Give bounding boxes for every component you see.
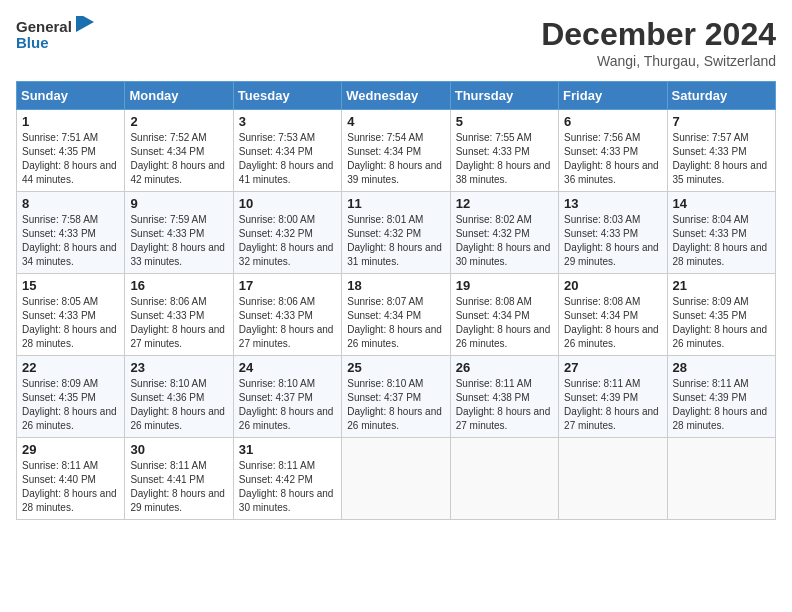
calendar-week-row: 15 Sunrise: 8:05 AM Sunset: 4:33 PM Dayl… xyxy=(17,274,776,356)
day-detail: Sunrise: 8:01 AM Sunset: 4:32 PM Dayligh… xyxy=(347,213,444,269)
day-detail: Sunrise: 7:55 AM Sunset: 4:33 PM Dayligh… xyxy=(456,131,553,187)
day-detail: Sunrise: 8:11 AM Sunset: 4:40 PM Dayligh… xyxy=(22,459,119,515)
calendar-cell: 21 Sunrise: 8:09 AM Sunset: 4:35 PM Dayl… xyxy=(667,274,775,356)
calendar-cell: 31 Sunrise: 8:11 AM Sunset: 4:42 PM Dayl… xyxy=(233,438,341,520)
day-detail: Sunrise: 8:11 AM Sunset: 4:38 PM Dayligh… xyxy=(456,377,553,433)
day-detail: Sunrise: 8:11 AM Sunset: 4:41 PM Dayligh… xyxy=(130,459,227,515)
calendar-cell: 4 Sunrise: 7:54 AM Sunset: 4:34 PM Dayli… xyxy=(342,110,450,192)
day-number: 28 xyxy=(673,360,770,375)
calendar-cell: 28 Sunrise: 8:11 AM Sunset: 4:39 PM Dayl… xyxy=(667,356,775,438)
calendar-cell: 7 Sunrise: 7:57 AM Sunset: 4:33 PM Dayli… xyxy=(667,110,775,192)
day-number: 7 xyxy=(673,114,770,129)
calendar-table: Sunday Monday Tuesday Wednesday Thursday… xyxy=(16,81,776,520)
calendar-cell: 30 Sunrise: 8:11 AM Sunset: 4:41 PM Dayl… xyxy=(125,438,233,520)
day-detail: Sunrise: 8:11 AM Sunset: 4:39 PM Dayligh… xyxy=(564,377,661,433)
day-detail: Sunrise: 8:07 AM Sunset: 4:34 PM Dayligh… xyxy=(347,295,444,351)
calendar-week-row: 1 Sunrise: 7:51 AM Sunset: 4:35 PM Dayli… xyxy=(17,110,776,192)
calendar-cell: 6 Sunrise: 7:56 AM Sunset: 4:33 PM Dayli… xyxy=(559,110,667,192)
day-number: 5 xyxy=(456,114,553,129)
day-detail: Sunrise: 8:08 AM Sunset: 4:34 PM Dayligh… xyxy=(564,295,661,351)
calendar-body: 1 Sunrise: 7:51 AM Sunset: 4:35 PM Dayli… xyxy=(17,110,776,520)
day-number: 3 xyxy=(239,114,336,129)
day-number: 14 xyxy=(673,196,770,211)
col-sunday: Sunday xyxy=(17,82,125,110)
day-detail: Sunrise: 8:04 AM Sunset: 4:33 PM Dayligh… xyxy=(673,213,770,269)
day-detail: Sunrise: 8:06 AM Sunset: 4:33 PM Dayligh… xyxy=(239,295,336,351)
day-number: 29 xyxy=(22,442,119,457)
col-monday: Monday xyxy=(125,82,233,110)
day-detail: Sunrise: 8:00 AM Sunset: 4:32 PM Dayligh… xyxy=(239,213,336,269)
day-detail: Sunrise: 8:10 AM Sunset: 4:36 PM Dayligh… xyxy=(130,377,227,433)
day-detail: Sunrise: 7:51 AM Sunset: 4:35 PM Dayligh… xyxy=(22,131,119,187)
day-number: 17 xyxy=(239,278,336,293)
calendar-cell: 18 Sunrise: 8:07 AM Sunset: 4:34 PM Dayl… xyxy=(342,274,450,356)
title-block: December 2024 Wangi, Thurgau, Switzerlan… xyxy=(541,16,776,69)
day-number: 6 xyxy=(564,114,661,129)
day-detail: Sunrise: 7:56 AM Sunset: 4:33 PM Dayligh… xyxy=(564,131,661,187)
calendar-cell: 26 Sunrise: 8:11 AM Sunset: 4:38 PM Dayl… xyxy=(450,356,558,438)
logo-svg: General Blue xyxy=(16,16,96,54)
day-number: 8 xyxy=(22,196,119,211)
day-detail: Sunrise: 8:09 AM Sunset: 4:35 PM Dayligh… xyxy=(22,377,119,433)
day-detail: Sunrise: 8:11 AM Sunset: 4:39 PM Dayligh… xyxy=(673,377,770,433)
day-number: 22 xyxy=(22,360,119,375)
calendar-cell: 27 Sunrise: 8:11 AM Sunset: 4:39 PM Dayl… xyxy=(559,356,667,438)
day-number: 20 xyxy=(564,278,661,293)
day-number: 26 xyxy=(456,360,553,375)
col-wednesday: Wednesday xyxy=(342,82,450,110)
calendar-cell: 8 Sunrise: 7:58 AM Sunset: 4:33 PM Dayli… xyxy=(17,192,125,274)
svg-marker-2 xyxy=(76,16,94,32)
day-number: 18 xyxy=(347,278,444,293)
day-number: 11 xyxy=(347,196,444,211)
day-number: 13 xyxy=(564,196,661,211)
logo: General Blue xyxy=(16,16,96,54)
calendar-cell: 25 Sunrise: 8:10 AM Sunset: 4:37 PM Dayl… xyxy=(342,356,450,438)
day-detail: Sunrise: 8:09 AM Sunset: 4:35 PM Dayligh… xyxy=(673,295,770,351)
day-detail: Sunrise: 8:08 AM Sunset: 4:34 PM Dayligh… xyxy=(456,295,553,351)
calendar-cell: 10 Sunrise: 8:00 AM Sunset: 4:32 PM Dayl… xyxy=(233,192,341,274)
page-header: General Blue December 2024 Wangi, Thurga… xyxy=(16,16,776,69)
col-tuesday: Tuesday xyxy=(233,82,341,110)
day-detail: Sunrise: 8:05 AM Sunset: 4:33 PM Dayligh… xyxy=(22,295,119,351)
day-number: 31 xyxy=(239,442,336,457)
day-detail: Sunrise: 7:57 AM Sunset: 4:33 PM Dayligh… xyxy=(673,131,770,187)
month-title: December 2024 xyxy=(541,16,776,53)
calendar-cell xyxy=(559,438,667,520)
day-number: 21 xyxy=(673,278,770,293)
calendar-cell: 5 Sunrise: 7:55 AM Sunset: 4:33 PM Dayli… xyxy=(450,110,558,192)
day-number: 4 xyxy=(347,114,444,129)
calendar-header-row: Sunday Monday Tuesday Wednesday Thursday… xyxy=(17,82,776,110)
calendar-cell: 13 Sunrise: 8:03 AM Sunset: 4:33 PM Dayl… xyxy=(559,192,667,274)
calendar-cell: 14 Sunrise: 8:04 AM Sunset: 4:33 PM Dayl… xyxy=(667,192,775,274)
calendar-week-row: 29 Sunrise: 8:11 AM Sunset: 4:40 PM Dayl… xyxy=(17,438,776,520)
day-detail: Sunrise: 8:03 AM Sunset: 4:33 PM Dayligh… xyxy=(564,213,661,269)
calendar-cell xyxy=(667,438,775,520)
day-number: 19 xyxy=(456,278,553,293)
day-number: 9 xyxy=(130,196,227,211)
calendar-cell: 17 Sunrise: 8:06 AM Sunset: 4:33 PM Dayl… xyxy=(233,274,341,356)
day-detail: Sunrise: 8:10 AM Sunset: 4:37 PM Dayligh… xyxy=(239,377,336,433)
day-detail: Sunrise: 7:53 AM Sunset: 4:34 PM Dayligh… xyxy=(239,131,336,187)
day-number: 27 xyxy=(564,360,661,375)
calendar-cell: 23 Sunrise: 8:10 AM Sunset: 4:36 PM Dayl… xyxy=(125,356,233,438)
day-number: 24 xyxy=(239,360,336,375)
calendar-cell: 24 Sunrise: 8:10 AM Sunset: 4:37 PM Dayl… xyxy=(233,356,341,438)
calendar-cell: 2 Sunrise: 7:52 AM Sunset: 4:34 PM Dayli… xyxy=(125,110,233,192)
day-detail: Sunrise: 8:11 AM Sunset: 4:42 PM Dayligh… xyxy=(239,459,336,515)
day-detail: Sunrise: 7:59 AM Sunset: 4:33 PM Dayligh… xyxy=(130,213,227,269)
calendar-cell: 9 Sunrise: 7:59 AM Sunset: 4:33 PM Dayli… xyxy=(125,192,233,274)
day-detail: Sunrise: 8:10 AM Sunset: 4:37 PM Dayligh… xyxy=(347,377,444,433)
day-detail: Sunrise: 8:06 AM Sunset: 4:33 PM Dayligh… xyxy=(130,295,227,351)
day-detail: Sunrise: 7:58 AM Sunset: 4:33 PM Dayligh… xyxy=(22,213,119,269)
day-number: 12 xyxy=(456,196,553,211)
calendar-cell xyxy=(450,438,558,520)
day-number: 16 xyxy=(130,278,227,293)
calendar-cell: 29 Sunrise: 8:11 AM Sunset: 4:40 PM Dayl… xyxy=(17,438,125,520)
day-number: 23 xyxy=(130,360,227,375)
day-number: 30 xyxy=(130,442,227,457)
calendar-cell: 15 Sunrise: 8:05 AM Sunset: 4:33 PM Dayl… xyxy=(17,274,125,356)
calendar-cell: 16 Sunrise: 8:06 AM Sunset: 4:33 PM Dayl… xyxy=(125,274,233,356)
calendar-week-row: 22 Sunrise: 8:09 AM Sunset: 4:35 PM Dayl… xyxy=(17,356,776,438)
calendar-cell: 22 Sunrise: 8:09 AM Sunset: 4:35 PM Dayl… xyxy=(17,356,125,438)
day-number: 25 xyxy=(347,360,444,375)
